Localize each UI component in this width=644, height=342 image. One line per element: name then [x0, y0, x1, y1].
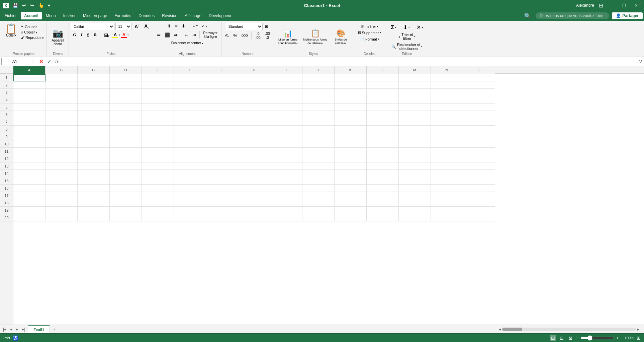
expand-formula-bar-button[interactable]: ∨ — [639, 58, 643, 65]
zoom-fit-button[interactable]: ⊞ — [637, 335, 641, 341]
cell-N1[interactable] — [431, 74, 463, 81]
cell-L10[interactable] — [367, 140, 399, 148]
cell-G19[interactable] — [206, 207, 238, 214]
cell-O20[interactable] — [463, 214, 495, 221]
cell-E11[interactable] — [142, 148, 174, 155]
row-number-14[interactable]: 14 — [0, 170, 13, 177]
cell-G9[interactable] — [206, 133, 238, 140]
row-number-17[interactable]: 17 — [0, 192, 13, 199]
row-number-5[interactable]: 5 — [0, 104, 13, 111]
format-button[interactable]: 📄 Format ▾ — [357, 36, 382, 42]
cell-G7[interactable] — [206, 118, 238, 126]
menu-developpeur[interactable]: Développeur — [205, 12, 235, 19]
cell-I2[interactable] — [270, 81, 302, 89]
col-header-j[interactable]: J — [302, 66, 335, 74]
cell-K20[interactable] — [335, 214, 367, 221]
cell-C12[interactable] — [78, 155, 110, 162]
bottom-align-button[interactable]: ⬇ — [180, 23, 187, 29]
cell-J14[interactable] — [302, 170, 335, 177]
cell-J4[interactable] — [302, 96, 335, 104]
cell-L16[interactable] — [367, 185, 399, 192]
cell-O4[interactable] — [463, 96, 495, 104]
cell-B15[interactable] — [45, 177, 78, 185]
normal-view-button[interactable]: ⊞ — [550, 335, 556, 341]
cell-J19[interactable] — [302, 207, 335, 214]
cell-F19[interactable] — [174, 207, 206, 214]
cell-G2[interactable] — [206, 81, 238, 89]
cell-L8[interactable] — [367, 126, 399, 133]
confirm-formula-button[interactable]: ✓ — [46, 58, 53, 65]
sum-button[interactable]: Σ▾ — [388, 24, 399, 31]
col-header-i[interactable]: I — [270, 66, 302, 74]
text-rotation-button[interactable]: ↙ ▾ — [200, 23, 209, 29]
cell-A14[interactable] — [13, 170, 45, 177]
cell-M14[interactable] — [399, 170, 431, 177]
cell-C19[interactable] — [78, 207, 110, 214]
cell-D15[interactable] — [110, 177, 142, 185]
cell-F10[interactable] — [174, 140, 206, 148]
row-number-10[interactable]: 10 — [0, 140, 13, 148]
underline-button[interactable]: S — [85, 32, 91, 38]
next-sheet-button[interactable]: ▸ — [14, 326, 20, 332]
cell-N11[interactable] — [431, 148, 463, 155]
cell-E16[interactable] — [142, 185, 174, 192]
redo-button[interactable]: ↪ — [29, 2, 35, 8]
cell-F8[interactable] — [174, 126, 206, 133]
font-color-button[interactable]: A — [121, 32, 127, 38]
cell-F2[interactable] — [174, 81, 206, 89]
cell-J11[interactable] — [302, 148, 335, 155]
top-align-button[interactable]: ⬆ — [166, 23, 173, 29]
cell-D16[interactable] — [110, 185, 142, 192]
cell-G15[interactable] — [206, 177, 238, 185]
cell-I14[interactable] — [270, 170, 302, 177]
cell-B13[interactable] — [45, 162, 78, 170]
cell-G1[interactable] — [206, 74, 238, 81]
cell-H13[interactable] — [238, 162, 270, 170]
cell-G10[interactable] — [206, 140, 238, 148]
cell-I19[interactable] — [270, 207, 302, 214]
cell-J8[interactable] — [302, 126, 335, 133]
cell-N10[interactable] — [431, 140, 463, 148]
cell-A4[interactable] — [13, 96, 45, 104]
cell-H3[interactable] — [238, 89, 270, 96]
cell-D9[interactable] — [110, 133, 142, 140]
increase-decimal-button[interactable]: .0.00 — [254, 31, 262, 40]
col-header-m[interactable]: M — [399, 66, 431, 74]
cell-N20[interactable] — [431, 214, 463, 221]
cell-F1[interactable] — [174, 74, 206, 81]
cell-F15[interactable] — [174, 177, 206, 185]
cancel-formula-button[interactable]: ✕ — [38, 58, 44, 65]
font-grow-button[interactable]: A↑ — [132, 23, 141, 30]
cell-B9[interactable] — [45, 133, 78, 140]
cell-A3[interactable] — [13, 89, 45, 96]
customize-qat-button[interactable]: ▾ — [47, 2, 52, 8]
cell-F9[interactable] — [174, 133, 206, 140]
row-number-12[interactable]: 12 — [0, 155, 13, 162]
cell-C8[interactable] — [78, 126, 110, 133]
cell-D17[interactable] — [110, 192, 142, 199]
row-number-11[interactable]: 11 — [0, 148, 13, 155]
cell-F4[interactable] — [174, 96, 206, 104]
menu-accueil[interactable]: Accueil — [21, 12, 42, 19]
cell-K3[interactable] — [335, 89, 367, 96]
cell-D7[interactable] — [110, 118, 142, 126]
col-header-d[interactable]: D — [110, 66, 142, 74]
cell-M2[interactable] — [399, 81, 431, 89]
cell-K7[interactable] — [335, 118, 367, 126]
cell-H4[interactable] — [238, 96, 270, 104]
cell-L18[interactable] — [367, 199, 399, 207]
cell-C18[interactable] — [78, 199, 110, 207]
row-number-6[interactable]: 6 — [0, 111, 13, 118]
cell-G11[interactable] — [206, 148, 238, 155]
cell-C9[interactable] — [78, 133, 110, 140]
cell-C4[interactable] — [78, 96, 110, 104]
cell-M6[interactable] — [399, 111, 431, 118]
cell-F12[interactable] — [174, 155, 206, 162]
prev-sheet-button[interactable]: ◂ — [8, 326, 14, 332]
col-header-o[interactable]: O — [463, 66, 495, 74]
cell-O16[interactable] — [463, 185, 495, 192]
cell-F5[interactable] — [174, 104, 206, 111]
cell-L9[interactable] — [367, 133, 399, 140]
cell-B19[interactable] — [45, 207, 78, 214]
cell-O9[interactable] — [463, 133, 495, 140]
